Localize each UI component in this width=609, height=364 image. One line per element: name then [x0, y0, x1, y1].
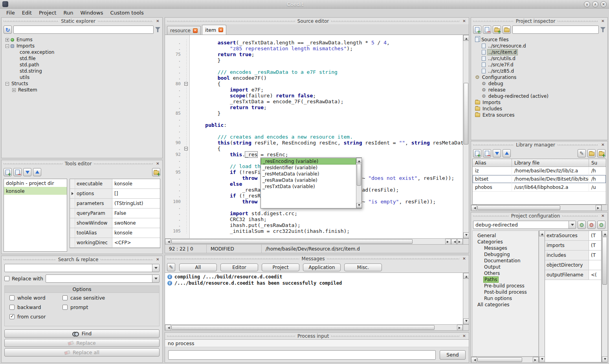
tab-item[interactable]: item: [202, 25, 226, 35]
code-line[interactable]: . /// creates and encodes a new resource…: [165, 134, 463, 140]
tree-item[interactable]: ../src/utils.d: [473, 55, 607, 62]
move-tool-up-button[interactable]: [33, 168, 41, 176]
fold-marker-icon[interactable]: [184, 82, 188, 86]
scroll-up-button[interactable]: [539, 230, 545, 236]
scroll-up-button[interactable]: [463, 35, 469, 41]
library-column-header[interactable]: Su: [589, 159, 606, 166]
scroll-down-button[interactable]: [356, 203, 362, 208]
process-input-field[interactable]: [168, 350, 436, 360]
completion-item[interactable]: _resRawData (variable): [261, 177, 356, 183]
categories-vertical-scrollbar[interactable]: [539, 230, 545, 362]
inspector-filter-input[interactable]: [512, 26, 599, 34]
completion-item[interactable]: _resEncoding (variable): [261, 158, 356, 165]
add-source-button[interactable]: [473, 26, 481, 34]
scroll-right-page-button[interactable]: [457, 239, 463, 245]
close-icon[interactable]: [155, 18, 160, 24]
remove-library-button[interactable]: [483, 149, 491, 157]
scroll-thumb[interactable]: [171, 239, 413, 244]
code-line[interactable]: 75 return true;: [165, 51, 463, 57]
editor-vertical-scrollbar[interactable]: [463, 35, 469, 238]
scroll-down-button[interactable]: [463, 232, 469, 238]
scroll-track[interactable]: [171, 239, 445, 244]
scroll-left-button[interactable]: [471, 357, 477, 362]
tree-item[interactable]: ../src/e7F.d: [473, 62, 607, 68]
tool-list-item[interactable]: dolphin - project dir: [4, 179, 67, 187]
property-row[interactable]: extraSources(T: [545, 231, 601, 241]
messages-horizontal-scrollbar[interactable]: [165, 324, 469, 330]
add-tool-button[interactable]: [4, 168, 12, 176]
code-line[interactable]: . public:: [165, 122, 463, 128]
move-library-up-button[interactable]: [503, 149, 511, 157]
tree-item[interactable]: Debugging: [475, 251, 537, 258]
grid-vertical-scrollbar[interactable]: [602, 230, 607, 362]
filter-misc[interactable]: Misc.: [344, 263, 382, 271]
tree-item[interactable]: utils: [4, 74, 161, 80]
tree-item[interactable]: Paths: [475, 276, 537, 283]
property-row[interactable]: objectDirectory: [545, 260, 601, 270]
message-item[interactable]: compiling /.../build/resource.d.coedit: [166, 274, 462, 280]
scroll-left-page-button[interactable]: [451, 239, 457, 245]
tree-item[interactable]: Extra sources: [473, 112, 607, 118]
import-folder-button[interactable]: [503, 26, 511, 34]
tree-item[interactable]: debug: [473, 80, 607, 87]
property-value[interactable]: <CFP>: [112, 238, 160, 247]
tree-item[interactable]: Enums: [4, 37, 161, 43]
add-library-button[interactable]: [473, 149, 481, 157]
tree-item[interactable]: Messages: [475, 245, 537, 251]
select-sources-button[interactable]: [597, 149, 605, 157]
code-line[interactable]: . scope(failure) return false;: [165, 93, 463, 99]
tab-close-icon[interactable]: [193, 28, 198, 33]
tool-list-item[interactable]: konsole: [4, 187, 67, 195]
property-value[interactable]: []: [112, 189, 160, 198]
filter-funnel-icon[interactable]: [600, 27, 605, 32]
tree-item[interactable]: All categories: [475, 302, 537, 308]
scroll-track[interactable]: [463, 41, 469, 232]
tree-item[interactable]: Documentation: [475, 258, 537, 264]
clone-configuration-button[interactable]: [597, 221, 605, 229]
checkbox[interactable]: [62, 305, 68, 310]
dropdown-button[interactable]: [152, 275, 159, 282]
tree-item[interactable]: std.string: [4, 68, 161, 74]
close-icon[interactable]: [155, 161, 160, 166]
tree-item[interactable]: ../src/resource.d: [473, 43, 607, 49]
code-line[interactable]: . import e7F;: [165, 87, 463, 93]
replace-with-checkbox[interactable]: [4, 276, 9, 281]
tree-item[interactable]: Source files: [473, 37, 607, 43]
property-value[interactable]: konsole: [112, 228, 160, 238]
property-value[interactable]: (T: [589, 241, 601, 250]
code-line[interactable]: . _resTxtData = encode_7F(_resRawData);: [165, 99, 463, 104]
completion-item[interactable]: _resTxtData (variable): [261, 183, 356, 190]
tab-resource[interactable]: resource: [167, 26, 201, 35]
scroll-left-button[interactable]: [471, 205, 477, 211]
option-whole-word[interactable]: whole word: [9, 295, 62, 301]
scroll-track[interactable]: [602, 236, 607, 357]
code-line[interactable]: . import std.digest.crc;: [165, 210, 463, 216]
edit-alias-button[interactable]: [578, 149, 586, 157]
code-line[interactable]: . /// encodes _resRawData to a e7F strin…: [165, 69, 463, 75]
expander-plus-icon[interactable]: [12, 88, 16, 92]
replace-all-button[interactable]: Replace all: [4, 348, 160, 357]
close-icon[interactable]: [600, 213, 605, 218]
library-row[interactable]: iz/home/basile/Dev/Iz/lib/iz.a/h: [473, 167, 606, 175]
expander-plus-icon[interactable]: [6, 38, 9, 42]
send-button[interactable]: Send: [440, 350, 466, 360]
scroll-track[interactable]: [477, 205, 596, 210]
property-row[interactable]: workingDirec<CFP>: [70, 238, 160, 248]
code-line[interactable]: .: [165, 116, 463, 122]
categories-horizontal-scrollbar[interactable]: [471, 357, 539, 362]
tree-item[interactable]: Includes: [473, 106, 607, 112]
scroll-thumb[interactable]: [171, 325, 435, 330]
scroll-thumb[interactable]: [477, 357, 522, 362]
add-configuration-button[interactable]: [578, 221, 586, 229]
close-icon[interactable]: [462, 256, 467, 261]
code-line[interactable]: . ihash.put(_resRawData);: [165, 222, 463, 228]
scroll-right-button[interactable]: [457, 325, 463, 331]
expander-minus-icon[interactable]: [6, 44, 9, 48]
library-column-header[interactable]: Library file: [512, 159, 589, 166]
checkbox[interactable]: [9, 295, 15, 300]
scroll-thumb[interactable]: [477, 205, 560, 210]
code-line[interactable]: . "z85 representation length mismatches"…: [165, 46, 463, 51]
property-value[interactable]: (TStringList): [112, 199, 160, 208]
maximize-button[interactable]: [592, 1, 598, 7]
remove-tool-button[interactable]: [13, 168, 22, 176]
